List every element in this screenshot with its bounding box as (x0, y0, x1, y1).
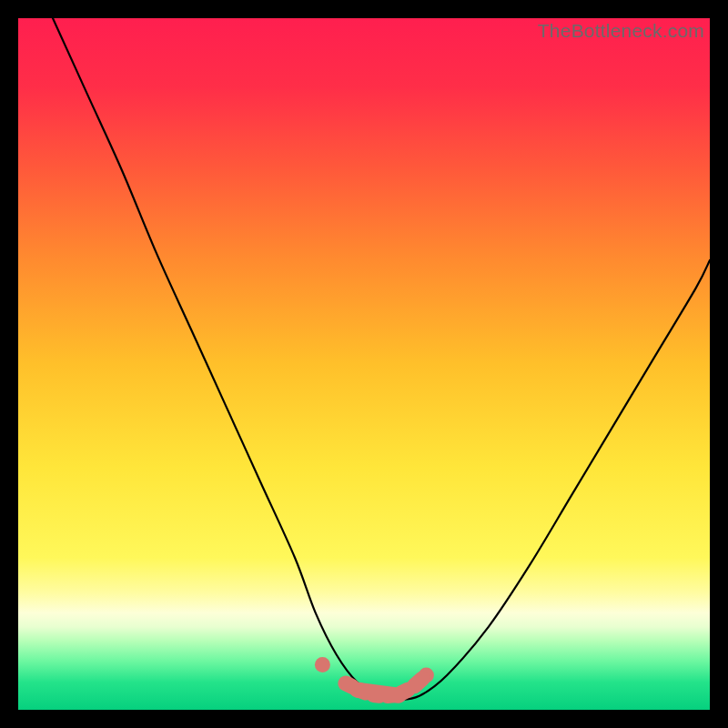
watermark-text: TheBottleneck.com (538, 20, 704, 42)
optimum-marker-segment (414, 679, 422, 686)
chart-frame: TheBottleneck.com (18, 18, 710, 710)
optimum-marker-dot (315, 657, 330, 672)
optimum-marker-segment (357, 690, 399, 695)
gradient-background (18, 18, 710, 710)
bottleneck-chart (18, 18, 710, 710)
